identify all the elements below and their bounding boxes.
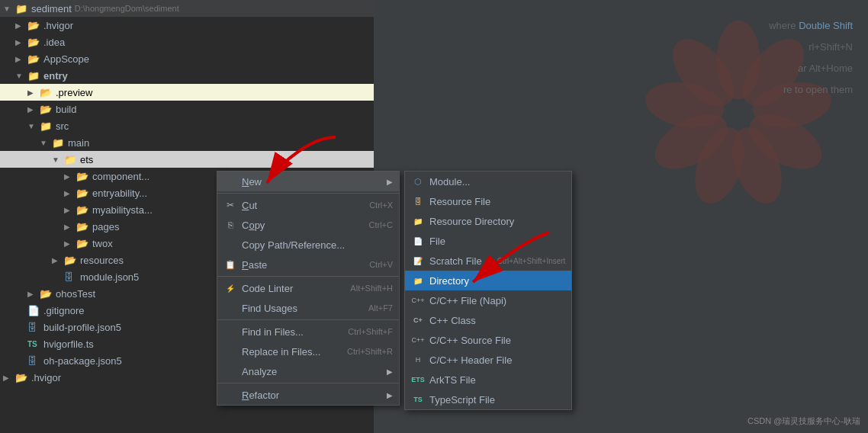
expand-arrow: ▶ — [64, 223, 76, 231]
submenu-cplusfile[interactable]: C++ C/C++ File (Napi) — [405, 290, 571, 310]
submenu-cplussource[interactable]: C++ C/C++ Source File — [405, 330, 571, 350]
tree-item-hvigor[interactable]: ▶ 📂 .hvigor — [0, 17, 374, 34]
menu-findinfiles-shortcut: Ctrl+Shift+F — [348, 327, 393, 336]
expand-arrow: ▶ — [64, 206, 76, 214]
submenu-module[interactable]: ⬡ Module... — [405, 172, 571, 191]
file-icon: TS — [27, 340, 41, 348]
submenu-directory[interactable]: 📁 Directory — [405, 271, 571, 290]
submenu-typescript-label: TypeScript File — [429, 394, 565, 406]
context-menu-replaceinfiles[interactable]: Replace in Files... Ctrl+Shift+R — [217, 342, 399, 361]
submenu-arrow-refactor: ▶ — [387, 391, 393, 399]
tree-item-idea[interactable]: ▶ 📂 .idea — [0, 34, 374, 50]
submenu-cplusclass[interactable]: C+ C++ Class — [405, 310, 571, 330]
menu-copy-shortcut: Ctrl+C — [369, 220, 393, 229]
menu-sep-3 — [217, 319, 399, 320]
submenu-file[interactable]: 📄 File — [405, 231, 571, 251]
folder-icon: 📁 — [52, 137, 66, 149]
cplussource-icon: C++ — [411, 336, 425, 344]
tree-item-label: hvigorfile.ts — [43, 338, 94, 350]
expand-arrow: ▶ — [3, 374, 15, 382]
folder-icon: 📂 — [76, 188, 90, 199]
tree-item-label: src — [56, 120, 69, 132]
context-menu-copypath[interactable]: Copy Path/Reference... — [217, 235, 399, 255]
menu-findusages-label: Find Usages — [242, 303, 353, 314]
expand-arrow: ▶ — [27, 88, 40, 97]
folder-icon: 📂 — [27, 20, 41, 31]
tree-item-label: sediment — [31, 3, 72, 14]
hint-line2: rl+Shift+N — [769, 37, 853, 58]
submenu-cplusheader-label: C/C++ Header File — [429, 354, 565, 366]
tree-item-label: ohosTest — [56, 288, 95, 300]
paste-icon: 📋 — [223, 260, 237, 270]
copy-icon: ⎘ — [223, 220, 237, 229]
context-menu: New ▶ ✂ Cut Ctrl+X ⎘ Copy Ctrl+C Copy Pa… — [217, 171, 400, 406]
expand-arrow: ▶ — [64, 189, 76, 197]
tree-item-src[interactable]: ▼ 📁 src — [0, 117, 374, 134]
context-menu-paste[interactable]: 📋 Paste Ctrl+V — [217, 255, 399, 274]
hint-doubleshift: Double Shift — [799, 20, 853, 31]
submenu-scratchfile-label: Scratch File — [429, 255, 482, 267]
submenu-resourcefile[interactable]: 🗄 Resource File — [405, 191, 571, 211]
folder-icon: 📁 — [40, 120, 53, 132]
context-menu-copy[interactable]: ⎘ Copy Ctrl+C — [217, 215, 399, 235]
context-menu-findusages[interactable]: Find Usages Alt+F7 — [217, 298, 399, 318]
tree-item-label: build — [56, 104, 76, 115]
tree-item-appscope[interactable]: ▶ 📂 AppScope — [0, 50, 374, 67]
submenu-typescript[interactable]: TS TypeScript File — [405, 390, 571, 409]
submenu-cplusfile-label: C/C++ File (Napi) — [429, 295, 565, 306]
folder-icon: 📂 — [76, 221, 90, 233]
expand-arrow: ▶ — [64, 239, 76, 248]
resourcefile-icon: 🗄 — [411, 197, 425, 206]
folder-icon: 📂 — [64, 255, 78, 266]
context-menu-codelinter[interactable]: ⚡ Code Linter Alt+Shift+H — [217, 278, 399, 298]
tree-item-main[interactable]: ▼ 📁 main — [0, 134, 374, 151]
expand-arrow: ▶ — [15, 55, 27, 63]
file-icon: 🗄 — [27, 355, 41, 367]
tree-item-preview[interactable]: ▶ 📂 .preview — [0, 84, 374, 101]
cplusclass-icon: C+ — [411, 316, 425, 324]
context-menu-cut[interactable]: ✂ Cut Ctrl+X — [217, 195, 399, 215]
expand-arrow: ▼ — [27, 122, 40, 130]
tree-item-sediment[interactable]: ▼ 📁 sediment D:\hongmengDom\sediment — [0, 0, 374, 17]
folder-icon: 📂 — [76, 171, 90, 182]
tree-item-ets[interactable]: ▼ 📁 ets — [0, 151, 374, 168]
tree-item-label: oh-package.json5 — [43, 355, 122, 367]
menu-findusages-shortcut: Alt+F7 — [368, 303, 393, 313]
submenu-scratchfile[interactable]: 📝 Scratch File Ctrl+Alt+Shift+Insert — [405, 251, 571, 271]
submenu-arkts-label: ArkTS File — [429, 374, 565, 386]
hint-line4: re to open them — [769, 79, 853, 101]
menu-sep-1 — [217, 193, 399, 194]
tree-item-label: .hvigor — [43, 20, 73, 31]
submenu-resourcedir[interactable]: 📁 Resource Directory — [405, 211, 571, 231]
csdn-text: CSDN @瑞灵技服务中心-耿瑞 — [747, 416, 860, 425]
directory-icon: 📁 — [411, 277, 425, 285]
submenu-cplusheader[interactable]: H C/C++ Header File — [405, 350, 571, 370]
submenu-module-label: Module... — [429, 176, 565, 188]
cplusfile-icon: C++ — [411, 297, 425, 304]
tree-item-path: D:\hongmengDom\sediment — [75, 4, 179, 13]
codelinter-icon: ⚡ — [223, 284, 237, 293]
submenu-resourcedir-label: Resource Directory — [429, 216, 565, 227]
tree-item-label: entryability... — [92, 188, 147, 199]
context-menu-refactor[interactable]: Refactor ▶ — [217, 385, 399, 405]
menu-new-label: New — [242, 176, 387, 188]
tree-item-entry[interactable]: ▼ 📁 entry — [0, 67, 374, 84]
tree-item-label: .hvigor — [31, 372, 61, 383]
tree-item-build[interactable]: ▶ 📂 build — [0, 101, 374, 117]
tree-item-label: module.json5 — [80, 271, 139, 283]
context-menu-findinfiles[interactable]: Find in Files... Ctrl+Shift+F — [217, 322, 399, 342]
submenu-arkts[interactable]: ETS ArkTS File — [405, 370, 571, 390]
context-menu-new[interactable]: New ▶ — [217, 172, 399, 191]
folder-icon: 📁 — [15, 3, 29, 14]
submenu-cplusclass-label: C++ Class — [429, 315, 565, 326]
submenu-directory-label: Directory — [429, 275, 565, 287]
menu-cut-label: Cut — [242, 200, 354, 211]
context-menu-analyze[interactable]: Analyze ▶ — [217, 361, 399, 381]
file-icon: 📄 — [27, 305, 41, 316]
folder-icon: 📂 — [27, 53, 41, 65]
hint-line3: ar Alt+Home — [769, 58, 853, 79]
menu-cut-shortcut: Ctrl+X — [369, 200, 393, 210]
expand-arrow: ▶ — [15, 38, 27, 47]
menu-findinfiles-label: Find in Files... — [242, 326, 333, 338]
tree-item-label: pages — [92, 221, 119, 233]
